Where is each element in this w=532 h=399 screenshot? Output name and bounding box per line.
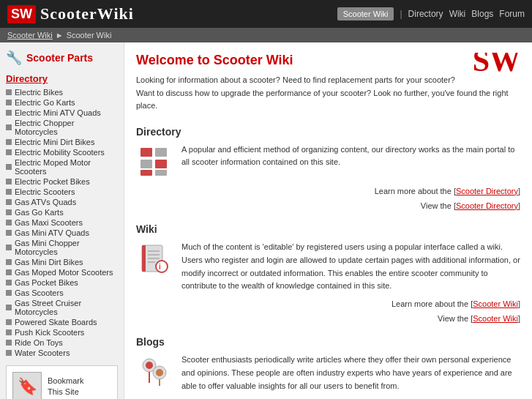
sidebar-nav-item[interactable]: Gas Mini ATV Quads	[6, 228, 118, 238]
wiki-learn-suffix: ]	[518, 299, 520, 308]
svg-point-12	[156, 261, 168, 272]
nav-bullet	[6, 189, 12, 195]
sidebar-nav-item[interactable]: Electric Scooters	[6, 187, 118, 197]
sidebar-nav-item[interactable]: Gas Moped Motor Scooters	[6, 267, 118, 277]
nav-link-item[interactable]: Electric Chopper Motorcycles	[15, 119, 118, 136]
nav-wiki[interactable]: Wiki	[449, 9, 466, 19]
sidebar-nav-item[interactable]: Electric Chopper Motorcycles	[6, 118, 118, 137]
sidebar-nav-item[interactable]: Electric Mobility Scooters	[6, 147, 118, 157]
sw-logo-content: SW	[473, 53, 520, 76]
wiki-learn-link[interactable]: Scooter Wiki	[473, 299, 518, 308]
nav-link-item[interactable]: Gas Pocket Bikes	[15, 278, 78, 287]
bookmark-box: 🔖 BookmarkThis Site	[6, 365, 118, 399]
nav-link-item[interactable]: Electric Pocket Bikes	[15, 177, 90, 186]
nav-bullet	[6, 209, 12, 215]
sidebar-nav-item[interactable]: Push Kick Scooters	[6, 327, 118, 338]
sidebar-nav-item[interactable]: Gas Scooters	[6, 288, 118, 298]
sidebar-title-area: 🔧 Scooter Parts	[6, 50, 118, 66]
directory-links: Learn more about the [Scooter Directory]…	[136, 184, 520, 214]
breadcrumb: Scooter Wiki ► Scooter Wiki	[0, 28, 532, 42]
sidebar-nav-item[interactable]: Gas Go Karts	[6, 207, 118, 217]
sidebar-nav-item[interactable]: Gas Street Cruiser Motorcycles	[6, 298, 118, 317]
wiki-icon: i	[136, 241, 173, 277]
svg-rect-1	[155, 148, 167, 157]
nav-scooterwiki[interactable]: Scooter Wiki	[337, 7, 394, 20]
sidebar-nav-item[interactable]: Electric Moped Motor Scooters	[6, 157, 118, 176]
nav-directory[interactable]: Directory	[408, 9, 443, 19]
sidebar-nav-item[interactable]: Gas ATVs Quads	[6, 197, 118, 207]
svg-text:i: i	[159, 263, 161, 271]
sidebar-nav-item[interactable]: Electric Mini Dirt Bikes	[6, 137, 118, 147]
nav-link-item[interactable]: Gas Street Cruiser Motorcycles	[15, 299, 118, 316]
nav-link-item[interactable]: Electric Mini Dirt Bikes	[15, 138, 94, 146]
content: SW Welcome to Scooter Wiki Looking for i…	[124, 42, 532, 399]
nav-link-item[interactable]: Gas Moped Motor Scooters	[15, 268, 113, 277]
nav-bullet	[6, 149, 12, 155]
sidebar-nav-item[interactable]: Electric Pocket Bikes	[6, 176, 118, 187]
nav-bullet	[6, 124, 12, 130]
nav-link-item[interactable]: Powered Skate Boards	[15, 318, 97, 327]
sidebar-nav-item[interactable]: Electric Mini ATV Quads	[6, 108, 118, 118]
nav-bullet	[6, 259, 12, 265]
sidebar-nav-item[interactable]: Gas Pocket Bikes	[6, 277, 118, 288]
nav-link-item[interactable]: Gas Scooters	[15, 288, 64, 297]
section-title-wiki: Wiki	[136, 223, 520, 235]
directory-learn-link[interactable]: Scooter Directory	[456, 187, 518, 195]
wiki-view-suffix: ]	[518, 314, 520, 323]
sidebar-nav-item[interactable]: Electric Go Karts	[6, 97, 118, 108]
intro-text: Looking for information about a scooter?…	[136, 74, 520, 113]
directory-learn-suffix: ]	[518, 187, 520, 195]
nav-link-item[interactable]: Electric Scooters	[15, 187, 75, 196]
nav-bullet	[6, 139, 12, 145]
sidebar-nav-item[interactable]: Electric Bikes	[6, 87, 118, 97]
sidebar-nav-item[interactable]: Powered Skate Boards	[6, 317, 118, 327]
section-title-blogs: Blogs	[136, 336, 520, 348]
logo-box: SW	[7, 5, 36, 23]
nav-link-item[interactable]: Water Scooters	[15, 348, 70, 357]
nav-bullet	[6, 319, 12, 325]
sidebar-nav-item[interactable]: Water Scooters	[6, 348, 118, 358]
sidebar-nav-item[interactable]: Ride On Toys	[6, 338, 118, 348]
section-title-directory: Directory	[136, 126, 520, 138]
nav-link-item[interactable]: Gas Go Karts	[15, 208, 64, 217]
nav-link-item[interactable]: Gas ATVs Quads	[15, 198, 76, 206]
nav-bullet	[6, 245, 12, 250]
sidebar-nav-list: Electric BikesElectric Go KartsElectric …	[6, 87, 118, 358]
nav-forum[interactable]: Forum	[499, 9, 525, 19]
blogs-text: Scooter enthusiasts periodically write a…	[181, 354, 520, 392]
svg-point-15	[146, 362, 153, 369]
nav-bullet	[6, 164, 12, 170]
nav-link-item[interactable]: Electric Mini ATV Quads	[15, 108, 101, 117]
nav-link-item[interactable]: Electric Bikes	[15, 88, 63, 97]
sidebar-section-directory[interactable]: Directory	[6, 73, 118, 84]
nav-link-item[interactable]: Electric Mobility Scooters	[15, 148, 105, 157]
content-title: Welcome to Scooter Wiki	[136, 53, 520, 68]
sidebar-nav-item[interactable]: Gas Maxi Scooters	[6, 217, 118, 228]
section-directory: A popular and efficient method of organi…	[136, 143, 520, 180]
nav-bullet	[6, 230, 12, 236]
nav-link-item[interactable]: Gas Mini Dirt Bikes	[15, 258, 83, 266]
nav-link-item[interactable]: Electric Moped Motor Scooters	[15, 158, 118, 176]
nav-link-item[interactable]: Gas Maxi Scooters	[15, 218, 83, 227]
nav-link-item[interactable]: Ride On Toys	[15, 338, 63, 347]
directory-view-suffix: ]	[518, 201, 520, 210]
svg-rect-3	[155, 160, 167, 168]
nav-bullet	[6, 110, 12, 116]
nav-link-item[interactable]: Gas Mini Chopper Motorcycles	[15, 239, 118, 256]
wiki-view-link[interactable]: Scooter Wiki	[473, 314, 518, 323]
wiki-text: Much of the content is 'editable' by reg…	[181, 241, 520, 292]
svg-rect-5	[155, 170, 167, 176]
breadcrumb-link-home[interactable]: Scooter Wiki	[7, 31, 53, 40]
breadcrumb-arrow: ►	[56, 31, 64, 40]
directory-view-link[interactable]: Scooter Directory	[456, 201, 518, 210]
nav-right: Scooter Wiki | Directory Wiki Blogs Foru…	[337, 7, 525, 20]
nav-blogs[interactable]: Blogs	[471, 9, 493, 19]
nav-link-item[interactable]: Push Kick Scooters	[15, 328, 84, 337]
svg-rect-7	[142, 245, 146, 272]
nav-link-item[interactable]: Electric Go Karts	[15, 98, 75, 107]
logo-area: SW ScooterWiki	[7, 4, 134, 23]
svg-rect-4	[141, 170, 152, 176]
sidebar-nav-item[interactable]: Gas Mini Dirt Bikes	[6, 257, 118, 267]
nav-link-item[interactable]: Gas Mini ATV Quads	[15, 228, 89, 237]
sidebar-nav-item[interactable]: Gas Mini Chopper Motorcycles	[6, 238, 118, 257]
